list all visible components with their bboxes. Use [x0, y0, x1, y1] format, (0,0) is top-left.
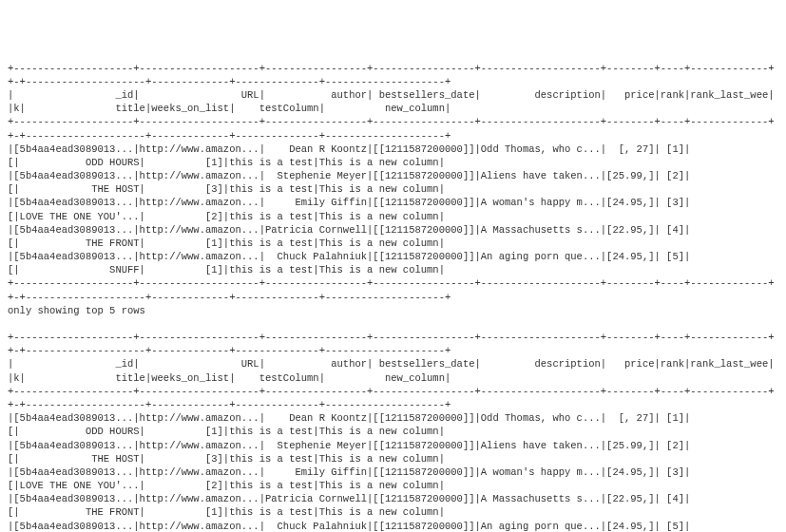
console-output: +--------------------+------------------…	[8, 62, 778, 532]
